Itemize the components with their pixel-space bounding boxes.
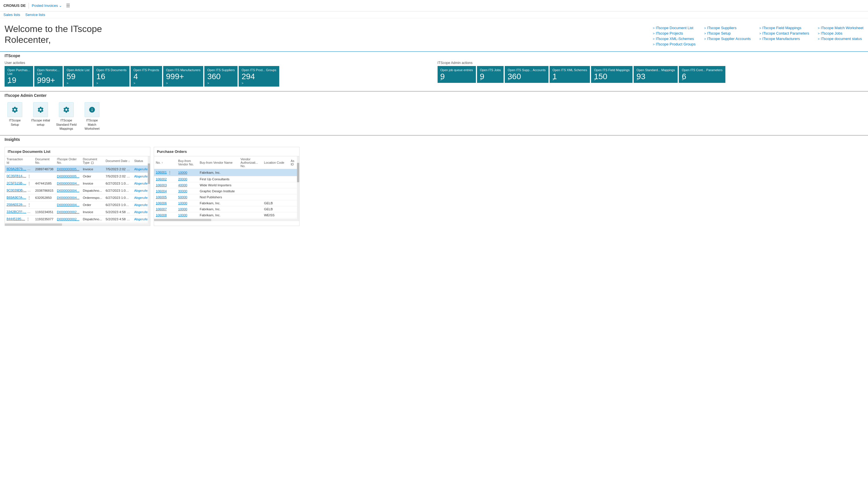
h-scrollbar-docs[interactable] xyxy=(5,224,148,226)
table-row[interactable]: 3342BCFF-... ⋮ 1193234051 DI000000002...… xyxy=(5,208,148,216)
admin-tile-0[interactable]: Open job queue entries9> xyxy=(438,66,476,83)
welcome-link-3[interactable]: ITscope Match Worksheet xyxy=(818,26,864,30)
admin-tile-5[interactable]: Open Standard... Mappings93> xyxy=(634,66,678,83)
welcome-link-8[interactable]: ITscope XML-Schemes xyxy=(653,36,696,41)
doc-orderno-0[interactable]: DI000000005... xyxy=(55,166,81,173)
table-row[interactable]: 106006 10000 Fabrikam, Inc. GELB xyxy=(154,200,297,206)
welcome-link-2[interactable]: ITscope Field Mappings xyxy=(759,26,809,30)
doc-orderno-1[interactable]: DI000000005... xyxy=(55,173,81,180)
po-vendor-no-4[interactable]: 50000 xyxy=(176,194,198,200)
user-tile-4[interactable]: Open ITS Projects4> xyxy=(131,66,162,87)
po-no-6[interactable]: 106007 xyxy=(154,206,176,212)
doc-transaction-2[interactable]: 2C5F515B-... ⋮ xyxy=(5,180,33,187)
doc-orderno-4[interactable]: DI000000004... xyxy=(55,194,81,202)
h-scrollbar-thumb-po[interactable] xyxy=(154,219,211,221)
admin-tile-3[interactable]: Open ITS XML Schemes1> xyxy=(550,66,590,83)
table-row[interactable]: 9C0039DB-... ⋮ 2038786815 DI000000004...… xyxy=(5,187,148,194)
welcome-link-6[interactable]: ITscope Contact Parameters xyxy=(759,31,809,35)
welcome-link-0[interactable]: ITscope Document List xyxy=(653,26,696,30)
user-tile-0[interactable]: Open Purchas...List19> xyxy=(4,66,33,87)
v-scrollbar-thumb-po[interactable] xyxy=(297,163,299,182)
admin-icon-2[interactable]: ITScope Standard Field Mappings xyxy=(56,102,77,130)
company-name: CRONUS DE xyxy=(3,3,26,8)
table-row[interactable]: 84445195-... ⋮ 1193235077 DI000000002...… xyxy=(5,216,148,223)
table-row[interactable]: 106002 20000 First Up Consultants xyxy=(154,176,297,182)
admin-icon-1[interactable]: ITscope initial setup xyxy=(30,102,51,130)
user-tile-6[interactable]: Open ITS Suppliers360> xyxy=(204,66,237,87)
po-no-1[interactable]: 106002 xyxy=(154,176,176,182)
admin-tile-6[interactable]: Open ITS Cont... Parameters6> xyxy=(679,66,725,83)
doc-orderno-6[interactable]: DI000000002... xyxy=(55,208,81,216)
table-row[interactable]: 106005 50000 Nod Publishers xyxy=(154,194,297,200)
doc-type-5: Order xyxy=(81,202,104,208)
table-row[interactable]: B69A907A-... ⋮ 632052850 DI000000004... … xyxy=(5,194,148,202)
doc-transaction-5[interactable]: 258AEE28-... ⋮ xyxy=(5,202,33,208)
admin-icon-0[interactable]: ITScope Setup xyxy=(4,102,25,130)
doc-transaction-4[interactable]: B69A907A-... ⋮ xyxy=(5,194,33,202)
table-row[interactable]: 2C5F515B-... ⋮ 447441585 DI000000004... … xyxy=(5,180,148,187)
sales-lists-link[interactable]: Sales lists xyxy=(3,13,20,17)
table-row[interactable]: 106001 ⋮ 10000 Fabrikam, Inc. xyxy=(154,169,297,176)
doc-date-0: 7/5/2023 2:02 PM xyxy=(104,166,132,173)
po-auth-no-6 xyxy=(239,206,262,212)
welcome-link-5[interactable]: ITscope Setup xyxy=(704,31,751,35)
th-location: Location Code xyxy=(262,156,289,169)
table-row[interactable]: 106007 10000 Fabrikam, Inc. GELB xyxy=(154,206,297,212)
po-vendor-no-3[interactable]: 30000 xyxy=(176,188,198,194)
po-no-3[interactable]: 106004 xyxy=(154,188,176,194)
v-scrollbar-po[interactable] xyxy=(297,156,299,221)
table-row[interactable]: 258AEE28-... ⋮ DI000000004... Order 6/27… xyxy=(5,202,148,208)
po-no-5[interactable]: 106006 xyxy=(154,200,176,206)
doc-transaction-1[interactable]: 0C35FB14-... ⋮ xyxy=(5,173,33,180)
admin-tile-4[interactable]: Open ITS Field Mappings150> xyxy=(591,66,632,83)
h-scrollbar-thumb-docs[interactable] xyxy=(5,224,62,226)
h-scrollbar-po[interactable] xyxy=(154,219,297,221)
admin-tile-1[interactable]: Open ITS Jobs9> xyxy=(477,66,504,83)
welcome-link-9[interactable]: ITscope Supplier Accounts xyxy=(704,36,751,41)
po-vendor-no-6[interactable]: 10000 xyxy=(176,206,198,212)
v-scrollbar-thumb-docs[interactable] xyxy=(148,163,150,184)
doc-transaction-6[interactable]: 3342BCFF-... ⋮ xyxy=(5,208,33,216)
po-vendor-no-0[interactable]: 10000 xyxy=(176,169,198,176)
v-scrollbar-docs[interactable] xyxy=(148,156,150,226)
welcome-link-1[interactable]: ITscope Suppliers xyxy=(704,26,751,30)
welcome-link-10[interactable]: ITscope Manufacturers xyxy=(759,36,809,41)
po-vendor-no-1[interactable]: 20000 xyxy=(176,176,198,182)
table-row[interactable]: 106003 40000 Wide World Importers xyxy=(154,182,297,188)
doc-transaction-0[interactable]: 8D9A2B79-... ⋮ xyxy=(5,166,33,173)
user-tile-2[interactable]: Open Article List59> xyxy=(64,66,92,87)
posted-invoices-nav[interactable]: Posted Invoices ⌄ xyxy=(32,3,62,8)
doc-orderno-7[interactable]: DI000000002... xyxy=(55,216,81,223)
po-no-2[interactable]: 106003 xyxy=(154,182,176,188)
doc-orderno-5[interactable]: DI000000004... xyxy=(55,202,81,208)
doc-transaction-7[interactable]: 84445195-... ⋮ xyxy=(5,216,33,223)
po-vendor-no-2[interactable]: 40000 xyxy=(176,182,198,188)
table-row[interactable]: 0C35FB14-... ⋮ DI000000005... Order 7/5/… xyxy=(5,173,148,180)
doc-orderno-3[interactable]: DI000000004... xyxy=(55,187,81,194)
admin-tile-2[interactable]: Open ITS Supp... Accounts360> xyxy=(505,66,549,83)
service-lists-link[interactable]: Service lists xyxy=(25,13,45,17)
welcome-link-4[interactable]: ITscope Projects xyxy=(653,31,696,35)
user-tile-7[interactable]: Open ITS Prod... Groups294> xyxy=(239,66,279,87)
po-no-7[interactable]: 106008 xyxy=(154,212,176,218)
admin-icon-label-2: ITScope Standard Field Mappings xyxy=(56,118,77,130)
po-no-4[interactable]: 106005 xyxy=(154,194,176,200)
welcome-link-12[interactable]: ITscope Product Groups xyxy=(653,42,696,46)
doc-orderno-2[interactable]: DI000000004... xyxy=(55,180,81,187)
user-tile-1[interactable]: Open Nonstoc...List999+> xyxy=(34,66,63,87)
doc-type-6: Invoice xyxy=(81,208,104,216)
user-tile-5[interactable]: Open ITS Manufacturers999+> xyxy=(163,66,203,87)
table-row[interactable]: 106008 10000 Fabrikam, Inc. WEISS xyxy=(154,212,297,218)
welcome-link-7[interactable]: ITscope Jobs xyxy=(818,31,864,35)
user-tile-3[interactable]: Open ITS Documents16> xyxy=(93,66,129,87)
doc-transaction-3[interactable]: 9C0039DB-... ⋮ xyxy=(5,187,33,194)
po-no-0[interactable]: 106001 ⋮ xyxy=(154,169,176,176)
hamburger-menu-icon[interactable]: ☰ xyxy=(66,3,70,8)
admin-icon-3[interactable]: ITScope Match Worksheet xyxy=(82,102,102,130)
welcome-link-11[interactable]: ITscope document status xyxy=(818,36,864,41)
table-row[interactable]: 8D9A2B79-... ⋮ 2089748738 DI000000005...… xyxy=(5,166,148,173)
table-row[interactable]: 106004 30000 Graphic Design Institute xyxy=(154,188,297,194)
po-vendor-no-7[interactable]: 10000 xyxy=(176,212,198,218)
po-vendor-no-5[interactable]: 10000 xyxy=(176,200,198,206)
po-as-id-7 xyxy=(289,212,297,218)
